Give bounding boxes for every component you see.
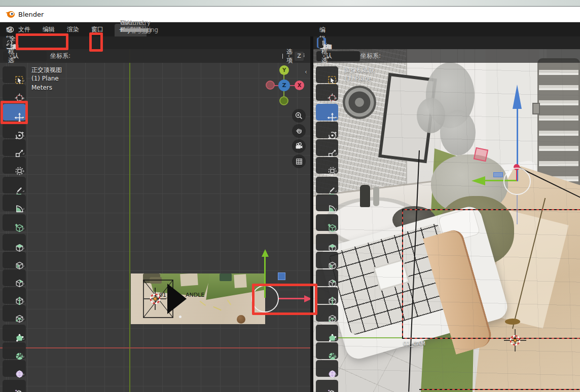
chevron-down-icon: ▾	[323, 54, 325, 58]
view-label: 摄像机透视	[345, 66, 375, 74]
floor-marking	[200, 301, 206, 306]
tool-edge-slide-right[interactable]	[316, 380, 338, 392]
toggle-grid-button[interactable]	[292, 154, 306, 168]
sidebar-collapse-arrow[interactable]: ‹	[305, 68, 307, 75]
tool-extrude-region-left[interactable]	[3, 234, 26, 251]
orientation-axes-icon	[321, 40, 328, 47]
zoom-button[interactable]	[292, 109, 306, 123]
nav-y-positive[interactable]: Y	[279, 65, 289, 75]
camera-name-suffix: ANDLE	[186, 292, 204, 298]
gizmo-plane-handle-red[interactable]	[474, 147, 488, 162]
tool-rotate-right[interactable]	[316, 122, 338, 138]
floor-marking	[213, 306, 221, 311]
tool-cursor-left[interactable]	[3, 84, 26, 101]
tool-poly-build-left[interactable]	[3, 325, 26, 341]
camera-view-button[interactable]	[292, 139, 306, 153]
tool-add-cube-left[interactable]	[3, 214, 26, 231]
camera-passepartout-line	[419, 389, 580, 390]
annotation-mode-dropdown	[16, 33, 68, 50]
gizmo-plane-handle[interactable]	[278, 272, 285, 280]
tool-inset-faces-left[interactable]	[3, 252, 26, 268]
tool-knife-right[interactable]	[316, 305, 338, 322]
gizmo-center-circle[interactable]	[503, 168, 531, 195]
chevron-down-icon: ▾	[10, 54, 12, 58]
tool-add-cube-right[interactable]	[316, 214, 338, 231]
tool-move-right[interactable]	[316, 104, 338, 121]
titlebar[interactable]: Blender	[0, 7, 580, 22]
photo-object	[220, 273, 232, 281]
coord-label: 坐标系:	[50, 52, 70, 60]
gizmo-plane-handle-blue[interactable]	[493, 172, 503, 177]
add-workspace-button[interactable]: +	[115, 23, 128, 36]
tool-select-box-right[interactable]	[316, 66, 338, 83]
gizmo-z-axis-tail	[517, 195, 518, 224]
tool-extrude-region-right[interactable]	[316, 234, 338, 251]
select-box-dropdown[interactable]: 框选 ▾	[5, 51, 12, 61]
floor-marking	[227, 300, 232, 305]
gizmo-y-arrowhead[interactable]	[472, 176, 485, 185]
nav-gizmo[interactable]: Y X Z	[266, 65, 304, 109]
nav-x-negative[interactable]	[266, 81, 275, 90]
y-axis-line	[334, 337, 403, 338]
tool-select-box-left[interactable]	[3, 66, 26, 83]
tool-measure-left[interactable]	[3, 194, 26, 211]
orientation-dropdown-partial[interactable]	[318, 37, 323, 48]
pan-hand-button[interactable]	[292, 124, 306, 138]
camera-label: 01_CAM	[403, 340, 425, 347]
annotation-move-tool	[1, 101, 28, 124]
tool-inset-faces-right[interactable]	[316, 252, 338, 268]
camera-border-left	[402, 209, 403, 338]
tool-bevel-right[interactable]	[316, 269, 338, 286]
tool-spin-left[interactable]	[3, 342, 26, 359]
nav-x-positive[interactable]: X	[295, 81, 304, 90]
gizmo-z-arrowhead[interactable]	[513, 85, 522, 109]
menu-file[interactable]: 文件	[18, 25, 30, 34]
tool-scale-right[interactable]	[316, 139, 338, 156]
tool-bevel-left[interactable]	[3, 269, 26, 286]
object-label: (1) Plane	[345, 75, 372, 82]
viewport-left[interactable]: 01_ ANDLE 正交顶视图 (1) Plane Meters ‹ Y X Z	[0, 49, 310, 392]
photo-object	[237, 315, 245, 324]
view-label: 正交顶视图	[31, 66, 62, 74]
viewport-right[interactable]: 01_CAM 摄像机透视 (1) Plane	[313, 49, 580, 392]
tool-cursor-right[interactable]	[316, 84, 338, 101]
tool-transform-left[interactable]	[3, 157, 26, 174]
gizmo-y-arrowhead[interactable]	[262, 249, 269, 257]
tool-loop-cut-left[interactable]	[3, 287, 26, 304]
tool-settings-left: 坐标系: 默认 ▾ 拖... 框选 ▾ XYZ 选项 ▾	[0, 49, 310, 63]
3d-cursor-icon	[143, 287, 167, 310]
menubar: 文件编辑渲染窗口帮助 LayoutModelingSculptingUV Edi…	[0, 22, 580, 36]
object-label: (1) Plane	[31, 75, 59, 82]
select-box-dropdown[interactable]: 框选 ▾	[318, 51, 325, 61]
annotation-gizmo-arrow	[252, 284, 317, 315]
nav-y-negative[interactable]	[279, 96, 288, 105]
tool-settings-right: 坐标系: 默认 ▾ 拖... 框选 ▾	[313, 49, 580, 63]
tool-smooth-left[interactable]	[3, 360, 26, 377]
tool-transform-right[interactable]	[316, 157, 338, 174]
y-axis-line	[129, 49, 130, 392]
menu-render[interactable]: 渲染	[67, 25, 79, 34]
coord-label: 坐标系:	[360, 52, 381, 60]
axis-toggle-z[interactable]: Z	[295, 52, 304, 61]
render-scene	[313, 49, 580, 392]
pivot-point-button[interactable]	[3, 37, 8, 48]
tool-measure-right[interactable]	[316, 194, 338, 211]
tool-spin-right[interactable]	[316, 342, 338, 359]
tool-poly-build-right[interactable]	[316, 325, 338, 341]
units-label: Meters	[31, 84, 52, 91]
blender-logo-icon	[5, 10, 15, 19]
tool-scale-left[interactable]	[3, 139, 26, 156]
scene-wireframe-overlay	[313, 49, 580, 392]
window-title: Blender	[18, 11, 44, 18]
tool-annotate-left[interactable]	[3, 177, 26, 193]
tool-edge-slide-left[interactable]	[3, 380, 26, 392]
tool-annotate-right[interactable]	[316, 177, 338, 193]
floor-tile	[234, 274, 247, 288]
3d-cursor-icon	[503, 329, 527, 352]
menu-edit[interactable]: 编辑	[43, 25, 55, 34]
tool-loop-cut-right[interactable]	[316, 287, 338, 304]
nav-z-axis[interactable]: Z	[278, 80, 290, 91]
options-dropdown[interactable]: 选项 ▾	[283, 51, 290, 61]
tool-knife-left[interactable]	[3, 305, 26, 322]
tool-smooth-right[interactable]	[316, 360, 338, 377]
